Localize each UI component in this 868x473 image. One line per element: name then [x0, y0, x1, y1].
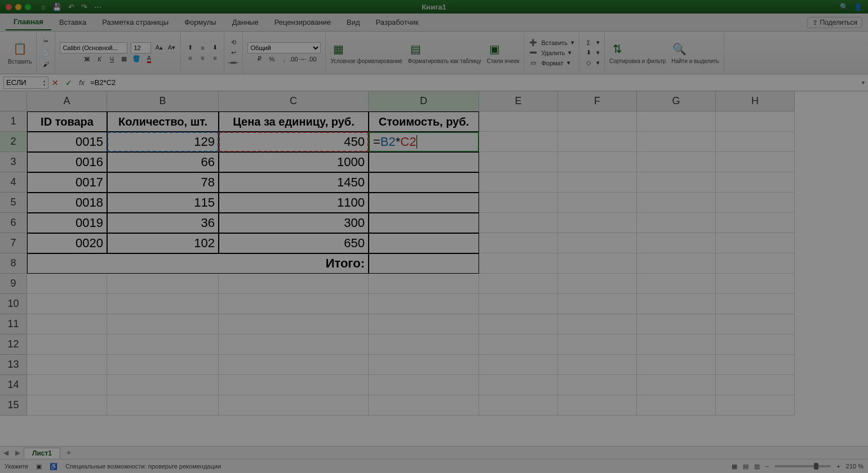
column-header[interactable]: G	[637, 91, 716, 111]
column-header[interactable]: C	[219, 91, 369, 111]
row-header[interactable]: 14	[0, 375, 27, 395]
cell[interactable]	[637, 375, 716, 395]
chevron-down-icon[interactable]: ▾	[596, 59, 600, 66]
tab-developer[interactable]: Разработчик	[368, 15, 427, 30]
align-middle-icon[interactable]: ≡	[198, 43, 207, 52]
fill-color-icon[interactable]: 🪣	[132, 55, 141, 64]
close-icon[interactable]	[6, 4, 12, 10]
cell[interactable]	[479, 334, 558, 355]
cell[interactable]	[219, 395, 369, 416]
table-header-cell[interactable]: Цена за единицу, руб.	[219, 111, 369, 132]
tab-formulas[interactable]: Формулы	[176, 15, 224, 30]
cancel-formula-icon[interactable]: ✕	[52, 78, 59, 87]
comma-icon[interactable]: ,	[280, 55, 289, 64]
cell[interactable]	[637, 314, 716, 334]
cell[interactable]	[558, 274, 637, 294]
tab-pagelayout[interactable]: Разметка страницы	[94, 15, 176, 30]
cell[interactable]	[479, 193, 558, 213]
cell[interactable]: 1450	[219, 172, 369, 193]
cell[interactable]	[558, 213, 637, 233]
cell[interactable]	[558, 253, 637, 274]
more-icon[interactable]: ⋯	[94, 3, 101, 11]
copy-icon[interactable]: 📄	[41, 48, 50, 57]
cut-icon[interactable]: ✂	[41, 37, 50, 46]
save-icon[interactable]: 💾	[52, 3, 61, 11]
row-header[interactable]: 10	[0, 294, 27, 314]
view-normal-icon[interactable]: ▦	[732, 463, 737, 470]
cell[interactable]	[558, 314, 637, 334]
cell[interactable]	[479, 111, 558, 132]
align-left-icon[interactable]: ≡	[185, 53, 194, 63]
cell-styles-icon[interactable]: ▣	[487, 41, 503, 57]
cell[interactable]: 129	[107, 132, 219, 152]
row-header[interactable]: 13	[0, 355, 27, 375]
cell[interactable]: 66	[107, 152, 219, 172]
row-header[interactable]: 4	[0, 172, 27, 193]
share-top-icon[interactable]: 👤	[854, 3, 862, 11]
home-icon[interactable]: ⌂	[41, 3, 46, 11]
cell[interactable]	[369, 355, 479, 375]
paste-icon[interactable]: 📋	[12, 41, 28, 56]
chevron-down-icon[interactable]: ▾	[596, 39, 600, 46]
cell[interactable]	[27, 375, 107, 395]
inc-decimal-icon[interactable]: .00→	[292, 55, 301, 64]
column-header[interactable]: A	[27, 91, 107, 111]
row-header[interactable]: 2	[0, 132, 27, 152]
cell[interactable]	[716, 355, 795, 375]
cell[interactable]	[479, 233, 558, 253]
name-box[interactable]: ЕСЛИ ▴▾	[3, 77, 48, 89]
cell[interactable]	[479, 375, 558, 395]
cell[interactable]	[479, 253, 558, 274]
cell[interactable]	[107, 274, 219, 294]
cell[interactable]	[369, 172, 479, 193]
format-table-icon[interactable]: ▤	[408, 41, 424, 57]
cell[interactable]: 0015	[27, 132, 107, 152]
cell[interactable]	[369, 233, 479, 253]
align-right-icon[interactable]: ≡	[210, 53, 219, 63]
cell[interactable]: 0016	[27, 152, 107, 172]
cell[interactable]	[637, 253, 716, 274]
percent-icon[interactable]: %	[267, 55, 276, 64]
cell[interactable]	[219, 314, 369, 334]
delete-cells-icon[interactable]: ➖	[529, 48, 538, 57]
macro-icon[interactable]: ▣	[36, 463, 42, 470]
insert-cells-icon[interactable]: ➕	[529, 38, 538, 47]
cell[interactable]	[27, 294, 107, 314]
zoom-slider[interactable]	[774, 465, 831, 467]
cell[interactable]	[219, 375, 369, 395]
cell[interactable]	[716, 314, 795, 334]
chevron-down-icon[interactable]: ▾	[567, 59, 570, 66]
underline-icon[interactable]: Ч	[107, 55, 116, 64]
cell[interactable]: 450	[219, 132, 369, 152]
cell[interactable]	[27, 314, 107, 334]
column-header[interactable]: E	[479, 91, 558, 111]
cell[interactable]	[479, 294, 558, 314]
column-header[interactable]: B	[107, 91, 219, 111]
cell[interactable]	[219, 355, 369, 375]
cell[interactable]	[637, 274, 716, 294]
align-bottom-icon[interactable]: ⬇	[210, 43, 219, 52]
cell[interactable]	[716, 375, 795, 395]
cell[interactable]	[219, 294, 369, 314]
bold-icon[interactable]: Ж	[82, 55, 91, 64]
cell[interactable]: 0020	[27, 233, 107, 253]
cell[interactable]	[479, 274, 558, 294]
sheet-nav-next-icon[interactable]: ▶	[12, 449, 24, 457]
chevron-down-icon[interactable]: ▾	[568, 49, 572, 56]
cell[interactable]	[107, 395, 219, 416]
cell[interactable]	[558, 193, 637, 213]
cell[interactable]	[558, 355, 637, 375]
format-cells-icon[interactable]: ▭	[529, 59, 538, 68]
cell[interactable]	[219, 334, 369, 355]
row-header[interactable]: 11	[0, 314, 27, 334]
find-select-icon[interactable]: 🔍	[671, 41, 687, 57]
formula-input[interactable]	[88, 78, 858, 87]
row-header[interactable]: 15	[0, 395, 27, 416]
cell[interactable]	[637, 334, 716, 355]
cell[interactable]	[369, 314, 479, 334]
cell[interactable]	[369, 274, 479, 294]
zoom-out-icon[interactable]: −	[765, 463, 769, 470]
row-header[interactable]: 5	[0, 193, 27, 213]
row-header[interactable]: 3	[0, 152, 27, 172]
cond-format-icon[interactable]: ▦	[330, 41, 346, 57]
